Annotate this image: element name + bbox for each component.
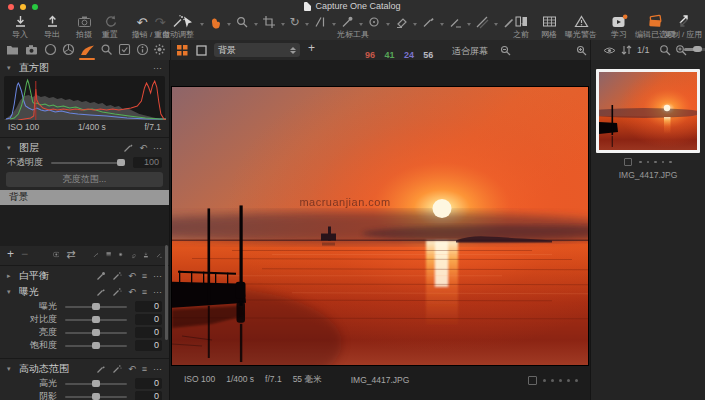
highlights-value[interactable]: 0 <box>135 378 162 389</box>
multi-view-icon[interactable] <box>177 45 188 56</box>
spot-removal-tool[interactable] <box>367 15 381 29</box>
brightness-slider-handle[interactable] <box>92 329 100 336</box>
exposure-reset-icon[interactable]: ↶ <box>128 288 136 297</box>
tab-details-loupe-icon[interactable] <box>100 43 113 56</box>
browser-search-icon[interactable] <box>659 44 671 56</box>
exposure-slider-handle[interactable] <box>92 303 100 310</box>
loupe-tool-caret[interactable] <box>254 23 258 26</box>
exposure-auto-icon[interactable] <box>112 287 122 297</box>
browser-zoom-icon[interactable] <box>675 44 687 56</box>
opacity-slider-handle[interactable] <box>117 159 125 166</box>
draw-mask-icon[interactable] <box>93 249 99 261</box>
export-button[interactable]: 导出 <box>38 14 66 39</box>
erase-mask-icon[interactable] <box>131 249 137 261</box>
tab-lens-icon[interactable] <box>44 43 57 56</box>
histogram-more-icon[interactable]: ··· <box>153 64 162 73</box>
clear-mask-icon[interactable] <box>156 249 162 261</box>
rotate-tool[interactable]: ↻ <box>289 16 299 29</box>
before-after-button[interactable]: 之前 <box>508 14 534 39</box>
viewer-layer-select[interactable]: 背景 <box>214 43 300 57</box>
import-button[interactable]: 导入 <box>6 14 34 39</box>
shadows-slider[interactable] <box>65 396 127 398</box>
contrast-value[interactable]: 0 <box>135 314 162 325</box>
exposure-collapse-icon[interactable]: ▾ <box>7 288 14 296</box>
photo-image[interactable]: macruanjian.com <box>172 87 588 365</box>
crop-tool[interactable] <box>262 15 276 29</box>
fill-mask-icon[interactable] <box>143 249 149 261</box>
saturation-slider-handle[interactable] <box>92 342 100 349</box>
undo-icon[interactable]: ↶ <box>137 16 148 29</box>
gradient-mask-icon[interactable] <box>106 249 111 260</box>
hdr-more-icon[interactable]: ··· <box>153 365 162 374</box>
tab-settings-gear-icon[interactable] <box>153 43 166 56</box>
layers-collapse-icon[interactable]: ▾ <box>7 144 14 152</box>
loupe-tool[interactable] <box>235 15 249 29</box>
exposure-slider[interactable] <box>65 306 127 308</box>
crop-tool-caret[interactable] <box>281 23 285 26</box>
draw-mask-tool[interactable] <box>421 15 435 29</box>
hdr-reset-icon[interactable]: ↶ <box>128 365 136 374</box>
hdr-header[interactable]: ▾ 高动态范围 ↶ ≡ ··· <box>0 361 169 377</box>
thumbnail-star-rating[interactable] <box>639 161 672 164</box>
exposure-header[interactable]: ▾ 曝光 ↶ ≡ ··· <box>0 284 169 300</box>
wb-more-icon[interactable]: ··· <box>153 272 162 281</box>
hdr-collapse-icon[interactable]: ▾ <box>7 365 14 373</box>
zoom-in-icon[interactable] <box>576 45 587 56</box>
wb-picker-icon[interactable] <box>96 271 106 281</box>
tab-adjustments-icon[interactable] <box>80 44 95 56</box>
exposure-value[interactable]: 0 <box>135 301 162 312</box>
thumbnail-selected[interactable] <box>596 69 700 153</box>
thumbnail-pick-checkbox[interactable] <box>624 158 632 166</box>
hdr-brush-icon[interactable] <box>96 364 106 374</box>
brightness-value[interactable]: 0 <box>135 327 162 338</box>
copy-apply-button[interactable]: 复制 / 应用 <box>662 14 704 39</box>
layers-reset-icon[interactable]: ↶ <box>139 144 147 153</box>
panel-scrollbar[interactable] <box>165 245 168 340</box>
opacity-value[interactable]: 100 <box>133 157 162 168</box>
layer-row-background[interactable]: 背景 <box>0 190 169 205</box>
layers-brush-icon[interactable] <box>123 143 133 153</box>
zoom-out-icon[interactable] <box>500 45 511 56</box>
highlights-slider[interactable] <box>65 383 127 385</box>
exposure-presets-icon[interactable]: ≡ <box>142 288 147 297</box>
eraser-tool-caret[interactable] <box>413 23 417 26</box>
capture-button[interactable]: 拍摄 <box>70 14 98 39</box>
histogram-header[interactable]: ▾ 直方图 ··· <box>0 60 169 76</box>
select-tool[interactable] <box>181 15 195 29</box>
eyedropper-tool[interactable] <box>340 15 354 29</box>
rotate-tool-caret[interactable] <box>305 23 309 26</box>
hdr-presets-icon[interactable]: ≡ <box>142 365 147 374</box>
contrast-slider-handle[interactable] <box>92 316 100 323</box>
wb-reset-icon[interactable]: ↶ <box>128 272 136 281</box>
histogram-collapse-icon[interactable]: ▾ <box>7 64 14 72</box>
add-layer-button[interactable]: + <box>7 248 14 261</box>
hdr-auto-icon[interactable] <box>112 364 122 374</box>
pan-tool[interactable] <box>208 15 222 29</box>
straighten-tool[interactable] <box>313 15 327 29</box>
erase-mask-tool-caret[interactable] <box>467 23 471 26</box>
pan-tool-caret[interactable] <box>227 23 231 26</box>
layers-header[interactable]: ▾ 图层 ↶ ··· <box>0 140 169 156</box>
show-mask-icon[interactable] <box>53 249 60 260</box>
shadows-value[interactable]: 0 <box>135 391 162 400</box>
add-clone-layer-button[interactable]: + <box>308 42 315 55</box>
exposure-warning-button[interactable]: 曝光警告 <box>560 14 602 39</box>
gradient-mask-tool-caret[interactable] <box>494 23 498 26</box>
single-view-icon[interactable] <box>196 45 207 56</box>
wb-auto-icon[interactable] <box>112 271 122 281</box>
learn-button[interactable]: 学习 <box>606 14 632 39</box>
gradient-mask-tool[interactable] <box>475 15 489 29</box>
eraser-tool[interactable] <box>394 15 408 29</box>
draw-mask-tool-caret[interactable] <box>440 23 444 26</box>
browser-filter-eye-icon[interactable] <box>603 45 616 56</box>
tab-library-folder-icon[interactable] <box>6 44 19 56</box>
contrast-slider[interactable] <box>65 319 127 321</box>
exposure-more-icon[interactable]: ··· <box>153 288 162 297</box>
saturation-value[interactable]: 0 <box>135 340 162 351</box>
select-tool-caret[interactable] <box>200 23 204 26</box>
invert-mask-icon[interactable]: ⇄ <box>66 248 75 261</box>
tab-color-wheel-icon[interactable] <box>62 43 75 56</box>
tab-capture-camera-icon[interactable] <box>25 44 38 56</box>
radial-mask-icon[interactable] <box>118 249 123 260</box>
browser-sort-icon[interactable] <box>621 44 632 56</box>
